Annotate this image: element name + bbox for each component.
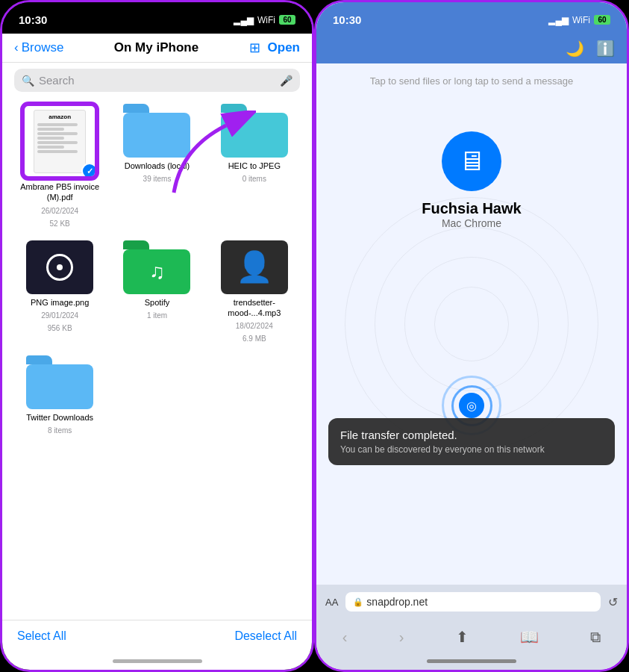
browse-button[interactable]: ‹ Browse [14,40,63,55]
file-item-music[interactable]: 👤 trendsetter-mood-...4.mp3 18/02/2024 6… [209,240,300,344]
deselect-all-button[interactable]: Deselect All [234,629,297,643]
file-date-pdf: 26/02/2024 [41,206,78,216]
right-main-area: Tap to send files or long tap to send a … [316,63,627,585]
file-item-png[interactable]: PNG image.png 29/01/2024 956 KB [14,240,105,344]
browser-url-text: snapdrop.net [366,596,428,608]
file-item-pdf[interactable]: amazon ✓ Ambrane PB5 invoice (M).pdf 26/… [14,104,105,228]
grid-view-icon[interactable]: ⊞ [249,40,260,56]
monitor-icon: 🖥 [458,146,485,177]
left-home-indicator [2,652,312,670]
open-arrow-icon [166,111,256,200]
file-items-spotify: 1 item [147,311,167,320]
browser-bar: AA 🔒 snapdrop.net ↺ [316,585,627,619]
file-name-png: PNG image.png [31,297,89,308]
right-home-bar [427,659,516,663]
file-date-music: 18/02/2024 [236,321,273,331]
device-name: Fuchsia Hawk [422,200,521,217]
file-size-pdf: 52 KB [50,219,70,228]
left-home-bar [113,659,202,663]
device-type: Mac Chrome [442,217,501,229]
dark-mode-icon[interactable]: 🌙 [566,40,584,57]
file-item-spotify[interactable]: ♫ Spotify 1 item [111,240,202,344]
info-icon[interactable]: ℹ️ [596,40,615,57]
battery-icon: 60 [279,15,295,25]
right-battery-icon: 60 [594,15,610,25]
png-circle-icon [46,254,73,281]
signal-icon: ▂▄▆ [234,15,254,25]
bottom-bar: Select All Deselect All [2,620,312,652]
device-icon-circle: 🖥 [442,131,501,191]
device-card[interactable]: 🖥 Fuchsia Hawk Mac Chrome [422,131,521,229]
select-all-button[interactable]: Select All [17,629,66,643]
png-thumbnail [26,240,93,294]
file-name-music: trendsetter-mood-...4.mp3 [209,297,300,319]
toast-sub-text: You can be discovered by everyone on thi… [340,444,603,455]
music-thumbnail: 👤 [221,240,288,294]
snapdrop-center-icon: ◎ [459,393,484,418]
browse-label: Browse [22,40,64,55]
file-grid: amazon ✓ Ambrane PB5 invoice (M).pdf 26/… [2,98,312,620]
folder-twitter-icon [26,355,93,409]
browser-url-container[interactable]: 🔒 snapdrop.net [345,592,601,612]
left-status-bar: 10:30 ▂▄▆ WiFi 60 [2,2,312,34]
selected-check-icon: ✓ [81,163,97,178]
left-status-icons: ▂▄▆ WiFi 60 [234,15,295,25]
file-name-spotify: Spotify [145,297,170,308]
search-bar: 🔍 Search 🎤 [2,63,312,98]
file-name-twitter: Twitter Downloads [26,412,93,423]
tabs-icon[interactable]: ⧉ [584,626,607,649]
right-phone: 10:30 ▂▄▆ WiFi 60 🌙 ℹ️ Tap to send files… [314,0,629,672]
browser-nav: ‹ › ⬆ 📖 ⧉ [316,619,627,652]
search-input-container[interactable]: 🔍 Search 🎤 [14,69,300,92]
arrow-overlay [166,111,256,203]
right-home-indicator [316,652,627,670]
right-status-icons: ▂▄▆ WiFi 60 [548,15,610,25]
nav-title: On My iPhone [114,40,198,55]
tap-hint-text: Tap to send files or long tap to send a … [370,75,573,87]
lock-icon: 🔒 [353,597,363,607]
file-date-png: 29/01/2024 [41,311,78,320]
right-header-icons: 🌙 ℹ️ [566,40,615,57]
toast-notification: File transfer completed. You can be disc… [328,418,615,465]
share-icon[interactable]: ⬆ [450,625,475,649]
pdf-thumbnail: amazon ✓ [22,104,97,178]
back-nav-icon[interactable]: ‹ [337,626,354,649]
left-time: 10:30 [19,13,47,26]
right-header: 🌙 ℹ️ [316,34,627,63]
left-phone: 10:30 ▂▄▆ WiFi 60 ‹ Browse On My iPhone … [0,0,314,672]
forward-nav-icon[interactable]: › [393,626,410,649]
right-wifi-icon: WiFi [572,15,590,25]
file-item-twitter[interactable]: Twitter Downloads 8 items [14,355,105,435]
nav-bar: ‹ Browse On My iPhone ⊞ Open [2,34,312,63]
file-items-twitter: 8 items [48,426,72,435]
nav-actions: ⊞ Open [249,40,300,56]
right-status-bar: 10:30 ▂▄▆ WiFi 60 [316,2,627,34]
right-time: 10:30 [333,13,361,26]
person-silhouette-icon: 👤 [236,249,273,284]
open-button[interactable]: Open [268,40,300,55]
file-name-pdf: Ambrane PB5 invoice (M).pdf [14,181,105,203]
right-signal-icon: ▂▄▆ [548,15,569,25]
mic-icon[interactable]: 🎤 [280,75,292,87]
search-placeholder: Search [39,74,275,87]
toast-main-text: File transfer completed. [340,429,603,441]
reload-icon[interactable]: ↺ [608,595,618,609]
spotify-logo-icon: ♫ [149,260,165,284]
chevron-left-icon: ‹ [14,40,19,55]
bookmarks-icon[interactable]: 📖 [514,625,545,649]
file-size-png: 956 KB [48,323,72,333]
wifi-icon: WiFi [257,15,275,25]
file-size-music: 6.9 MB [242,334,266,343]
folder-spotify-icon: ♫ [123,240,190,294]
browser-aa-button[interactable]: AA [325,597,338,608]
pdf-preview: amazon [34,110,86,173]
search-icon: 🔍 [22,75,34,87]
